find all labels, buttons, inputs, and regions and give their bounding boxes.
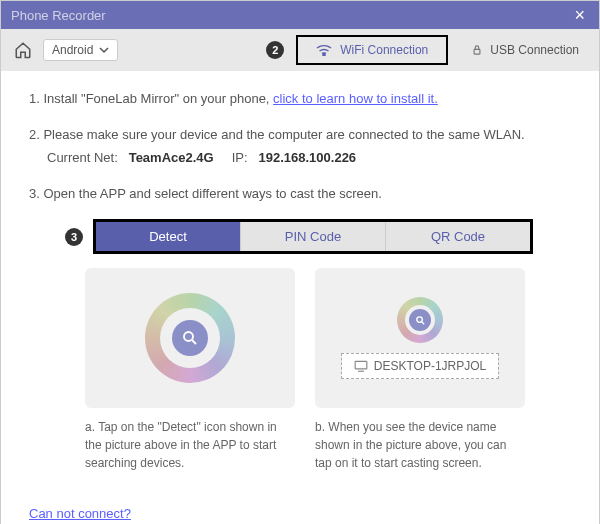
step-3: 3. Open the APP and select different way… <box>29 184 571 204</box>
monitor-icon <box>354 360 368 372</box>
connection-group: 2 WiFi Connection USB Connection <box>266 35 589 65</box>
app-window: Phone Recorder × Android 2 WiFi Connecti… <box>0 0 600 524</box>
caption-b: b. When you see the device name shown in… <box>315 418 525 472</box>
footer: Can not connect? <box>1 496 599 524</box>
svg-point-4 <box>416 316 422 322</box>
window-title: Phone Recorder <box>11 8 106 23</box>
color-wheel-small <box>397 297 443 343</box>
device-name: DESKTOP-1JRPJOL <box>374 359 486 373</box>
wifi-icon <box>316 44 332 56</box>
network-info: Current Net: TeamAce2.4G IP: 192.168.100… <box>29 148 571 168</box>
platform-label: Android <box>52 43 93 57</box>
ip-value: 192.168.100.226 <box>259 150 357 165</box>
step-2-text: 2. Please make sure your device and the … <box>29 127 525 142</box>
step-2: 2. Please make sure your device and the … <box>29 125 571 168</box>
color-wheel-large <box>145 293 235 383</box>
toolbar: Android 2 WiFi Connection USB Connection <box>1 29 599 71</box>
usb-label: USB Connection <box>490 43 579 57</box>
content-area: 1. Install "FoneLab Mirror" on your phon… <box>1 71 599 496</box>
home-icon <box>14 41 32 59</box>
card-b-box: DESKTOP-1JRPJOL <box>315 268 525 408</box>
svg-rect-1 <box>474 49 480 54</box>
search-icon <box>181 329 199 347</box>
tab-row: 3 Detect PIN Code QR Code <box>65 219 571 254</box>
step-badge-2: 2 <box>266 41 284 59</box>
usb-icon <box>470 43 484 57</box>
chevron-down-icon <box>99 45 109 55</box>
step-1: 1. Install "FoneLab Mirror" on your phon… <box>29 89 571 109</box>
cannot-connect-link[interactable]: Can not connect? <box>29 506 131 521</box>
svg-rect-6 <box>355 361 367 369</box>
step-3-text: 3. Open the APP and select different way… <box>29 186 382 201</box>
mode-tabs: Detect PIN Code QR Code <box>93 219 533 254</box>
title-bar: Phone Recorder × <box>1 1 599 29</box>
ip-label: IP: <box>232 150 248 165</box>
svg-line-5 <box>421 321 423 323</box>
detect-center-icon <box>172 320 208 356</box>
step-1-text: 1. Install "FoneLab Mirror" on your phon… <box>29 91 273 106</box>
tab-qr-code[interactable]: QR Code <box>386 222 530 251</box>
close-icon[interactable]: × <box>570 5 589 26</box>
cards-row: a. Tap on the "Detect" icon shown in the… <box>85 268 571 472</box>
card-b: DESKTOP-1JRPJOL b. When you see the devi… <box>315 268 525 472</box>
card-a: a. Tap on the "Detect" icon shown in the… <box>85 268 295 472</box>
net-label: Current Net: <box>47 150 118 165</box>
install-link[interactable]: click to learn how to install it. <box>273 91 438 106</box>
net-value: TeamAce2.4G <box>129 150 214 165</box>
wifi-label: WiFi Connection <box>340 43 428 57</box>
svg-point-2 <box>184 332 193 341</box>
tab-detect[interactable]: Detect <box>96 222 241 251</box>
card-a-box <box>85 268 295 408</box>
svg-point-0 <box>323 54 325 56</box>
usb-connection-button[interactable]: USB Connection <box>460 37 589 63</box>
device-name-box[interactable]: DESKTOP-1JRPJOL <box>341 353 499 379</box>
tab-pin-code[interactable]: PIN Code <box>241 222 386 251</box>
home-button[interactable] <box>11 38 35 62</box>
detect-small-icon <box>409 309 431 331</box>
caption-a: a. Tap on the "Detect" icon shown in the… <box>85 418 295 472</box>
wifi-connection-button[interactable]: WiFi Connection <box>296 35 448 65</box>
search-icon <box>415 315 426 326</box>
svg-line-3 <box>192 340 196 344</box>
step-badge-3: 3 <box>65 228 83 246</box>
platform-dropdown[interactable]: Android <box>43 39 118 61</box>
